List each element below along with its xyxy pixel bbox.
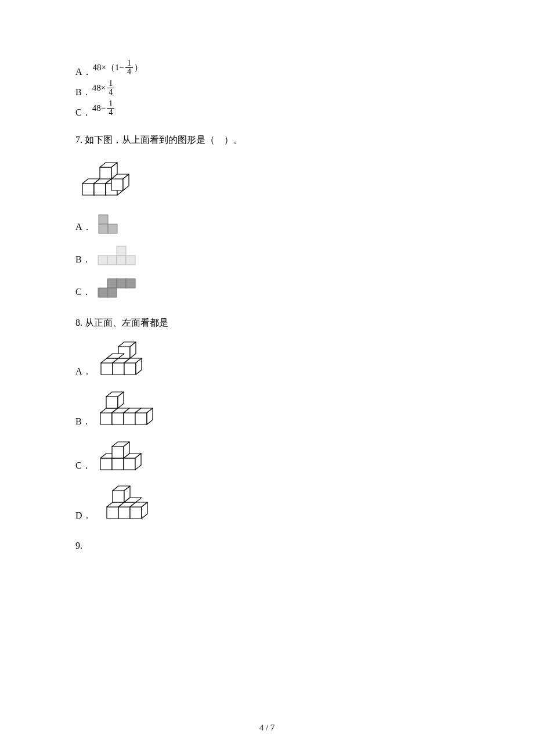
- q8-options: A． B．: [75, 339, 459, 523]
- page-content: A． 48×（1−14） B． 48×14 C． 48−14 7. 如下图，从上…: [0, 0, 534, 594]
- svg-marker-41: [100, 413, 112, 424]
- svg-rect-18: [117, 246, 126, 255]
- cube-figure-icon: [95, 388, 158, 429]
- svg-marker-51: [135, 413, 147, 424]
- q9-number: 9.: [75, 541, 82, 550]
- option-letter: C．: [75, 286, 91, 298]
- cube-figure-icon: [95, 438, 147, 473]
- grid-shape-icon: [95, 211, 124, 235]
- option-letter: B．: [75, 254, 91, 266]
- q7-option-c: C．: [75, 276, 459, 300]
- svg-marker-47: [112, 413, 124, 424]
- svg-rect-21: [117, 255, 126, 265]
- q8-text: 从正面、左面看都是: [85, 318, 168, 327]
- option-letter: A．: [75, 66, 92, 78]
- svg-marker-3: [94, 183, 106, 195]
- cube-figure-icon: [75, 154, 145, 201]
- q7-option-b: B．: [75, 244, 459, 267]
- q8-option-d: D．: [75, 483, 459, 523]
- q6-option-c: C． 48−14: [75, 100, 459, 119]
- svg-rect-17: [108, 224, 117, 233]
- formula-c: 48−14: [92, 100, 116, 117]
- option-letter: A．: [75, 366, 92, 378]
- q8-option-a: A．: [75, 339, 459, 379]
- q8-number: 8.: [75, 318, 85, 327]
- q6-options: A． 48×（1−14） B． 48×14 C． 48−14: [75, 59, 459, 119]
- grid-shape-icon: [95, 276, 141, 300]
- svg-rect-22: [126, 255, 135, 265]
- cube-figure-icon: [95, 483, 153, 523]
- formula-a: 48×（1−14）: [93, 59, 143, 76]
- svg-marker-44: [106, 397, 118, 408]
- q8-option-b: B．: [75, 388, 459, 429]
- q7-figure: [75, 154, 459, 201]
- q6-option-a: A． 48×（1−14）: [75, 59, 459, 78]
- option-letter: D．: [75, 510, 92, 522]
- svg-marker-9: [100, 167, 111, 179]
- option-letter: C．: [75, 107, 91, 119]
- cube-figure-icon: [95, 339, 150, 379]
- page-number: 4 / 7: [0, 723, 534, 733]
- option-letter: B．: [75, 416, 91, 428]
- q7-options: A． B． C．: [75, 211, 459, 300]
- svg-marker-12: [111, 179, 123, 190]
- svg-rect-23: [107, 279, 117, 288]
- svg-marker-54: [100, 458, 112, 470]
- q7-option-a: A．: [75, 211, 459, 235]
- q7-stem: 7. 如下图，从上面看到的图形是（ ）。: [75, 134, 459, 146]
- svg-rect-25: [126, 279, 135, 288]
- q7-number: 7.: [75, 135, 85, 145]
- svg-rect-27: [107, 288, 117, 297]
- svg-marker-61: [112, 447, 124, 458]
- svg-rect-19: [98, 255, 107, 265]
- svg-marker-38: [124, 363, 136, 375]
- q8-option-c: C．: [75, 438, 459, 473]
- q8-stem: 8. 从正面、左面看都是: [75, 317, 459, 329]
- option-letter: B．: [75, 87, 91, 99]
- q9-stem: 9.: [75, 541, 459, 551]
- svg-rect-26: [98, 288, 107, 297]
- svg-rect-20: [107, 255, 117, 265]
- q7-text: 如下图，从上面看到的图形是（ ）。: [85, 135, 243, 145]
- formula-b: 48×14: [92, 80, 116, 96]
- svg-marker-56: [112, 458, 124, 470]
- option-letter: A．: [75, 221, 92, 233]
- svg-marker-68: [130, 507, 142, 519]
- svg-marker-49: [124, 413, 135, 424]
- svg-marker-71: [113, 491, 124, 502]
- svg-rect-24: [117, 279, 126, 288]
- svg-rect-16: [99, 224, 108, 233]
- svg-marker-58: [124, 458, 135, 470]
- grid-shape-icon: [95, 244, 147, 267]
- q6-option-b: B． 48×14: [75, 80, 459, 99]
- svg-marker-0: [82, 183, 94, 195]
- svg-rect-15: [99, 215, 108, 224]
- option-letter: C．: [75, 460, 91, 472]
